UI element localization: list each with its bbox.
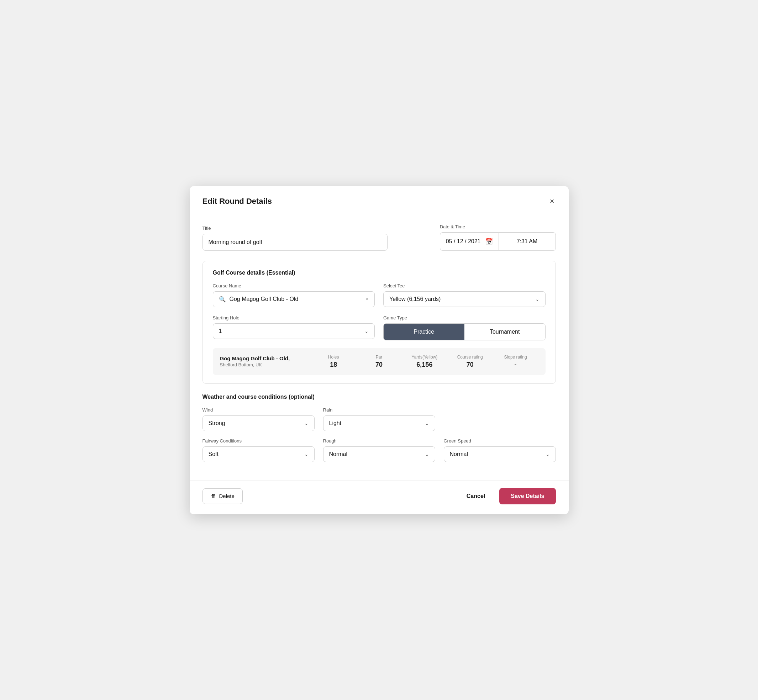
fairway-rough-green-row: Fairway Conditions Soft ⌄ Rough Normal ⌄… [202, 438, 556, 462]
rain-label: Rain [323, 407, 435, 412]
starting-hole-group: Starting Hole 1 ⌄ [213, 315, 375, 341]
date-value: 05 / 12 / 2021 [446, 238, 481, 245]
par-label: Par [356, 355, 402, 359]
green-speed-dropdown[interactable]: Normal ⌄ [444, 446, 556, 462]
course-location: Shelford Bottom, UK [220, 362, 311, 367]
cancel-button[interactable]: Cancel [461, 489, 491, 504]
green-speed-label: Green Speed [444, 438, 556, 444]
delete-button[interactable]: 🗑 Delete [202, 488, 243, 504]
practice-button[interactable]: Practice [384, 324, 464, 340]
golf-course-section: Golf Course details (Essential) Course N… [202, 261, 556, 384]
holes-stat: Holes 18 [311, 355, 356, 369]
wind-value: Strong [208, 420, 301, 427]
select-tee-dropdown[interactable]: Yellow (6,156 yards) ⌄ [383, 291, 545, 307]
tournament-button[interactable]: Tournament [464, 324, 545, 340]
chevron-down-icon-3: ⌄ [304, 420, 309, 426]
starting-hole-value: 1 [219, 328, 361, 334]
par-stat: Par 70 [356, 355, 402, 369]
select-tee-value: Yellow (6,156 yards) [389, 296, 532, 302]
game-type-label: Game Type [383, 315, 545, 320]
calendar-icon: 📅 [485, 238, 493, 245]
time-value: 7:31 AM [517, 238, 538, 245]
yards-value: 6,156 [402, 361, 447, 369]
rough-dropdown[interactable]: Normal ⌄ [323, 446, 435, 462]
close-button[interactable]: × [548, 196, 556, 207]
hole-gametype-row: Starting Hole 1 ⌄ Game Type Practice Tou… [213, 315, 545, 341]
rain-field: Rain Light ⌄ [323, 407, 435, 431]
delete-label: Delete [219, 493, 235, 499]
yards-label: Yards(Yellow) [402, 355, 447, 359]
rain-dropdown[interactable]: Light ⌄ [323, 416, 435, 431]
chevron-down-icon: ⌄ [535, 296, 539, 302]
slope-rating-label: Slope rating [493, 355, 539, 359]
select-tee-label: Select Tee [383, 283, 545, 289]
date-input[interactable]: 05 / 12 / 2021 📅 [440, 232, 499, 251]
starting-hole-dropdown[interactable]: 1 ⌄ [213, 323, 375, 339]
course-name-value: Gog Magog Golf Club - Old [230, 296, 362, 302]
holes-value: 18 [311, 361, 356, 369]
modal-footer: 🗑 Delete Cancel Save Details [190, 481, 568, 514]
clear-icon[interactable]: × [365, 296, 369, 302]
starting-hole-label: Starting Hole [213, 315, 375, 320]
top-row: Title Date & Time 05 / 12 / 2021 📅 7:31 … [202, 224, 556, 251]
fairway-dropdown[interactable]: Soft ⌄ [202, 446, 315, 462]
par-value: 70 [356, 361, 402, 369]
edit-round-modal: Edit Round Details × Title Date & Time 0… [190, 186, 568, 514]
course-name-input[interactable]: 🔍 Gog Magog Golf Club - Old × [213, 291, 375, 307]
golf-section-title: Golf Course details (Essential) [213, 270, 545, 276]
game-type-group: Game Type Practice Tournament [383, 315, 545, 341]
chevron-down-icon-4: ⌄ [425, 420, 429, 426]
title-input[interactable] [202, 234, 388, 251]
datetime-label: Date & Time [440, 224, 556, 230]
course-rating-label: Course rating [447, 355, 493, 359]
chevron-down-icon-6: ⌄ [425, 452, 429, 457]
weather-title: Weather and course conditions (optional) [202, 394, 556, 400]
chevron-down-icon-7: ⌄ [545, 452, 550, 457]
course-info-name: Gog Magog Golf Club - Old, Shelford Bott… [220, 355, 311, 367]
fairway-label: Fairway Conditions [202, 438, 315, 444]
rough-label: Rough [323, 438, 435, 444]
search-icon: 🔍 [219, 296, 226, 303]
yards-stat: Yards(Yellow) 6,156 [402, 355, 447, 369]
footer-right: Cancel Save Details [461, 488, 556, 505]
chevron-down-icon-2: ⌄ [365, 328, 369, 334]
fairway-field: Fairway Conditions Soft ⌄ [202, 438, 315, 462]
holes-label: Holes [311, 355, 356, 359]
rough-field: Rough Normal ⌄ [323, 438, 435, 462]
course-rating-value: 70 [447, 361, 493, 369]
green-speed-field: Green Speed Normal ⌄ [444, 438, 556, 462]
fairway-value: Soft [208, 451, 301, 458]
weather-section: Weather and course conditions (optional)… [202, 394, 556, 462]
datetime-group: 05 / 12 / 2021 📅 7:31 AM [440, 232, 556, 251]
wind-field: Wind Strong ⌄ [202, 407, 315, 431]
course-rating-stat: Course rating 70 [447, 355, 493, 369]
modal-header: Edit Round Details × [190, 186, 568, 214]
course-name-group: Course Name 🔍 Gog Magog Golf Club - Old … [213, 283, 375, 307]
wind-label: Wind [202, 407, 315, 412]
game-type-toggle: Practice Tournament [383, 323, 545, 341]
datetime-field-group: Date & Time 05 / 12 / 2021 📅 7:31 AM [440, 224, 556, 251]
trash-icon: 🗑 [211, 493, 216, 499]
chevron-down-icon-5: ⌄ [304, 452, 309, 457]
course-info-row: Gog Magog Golf Club - Old, Shelford Bott… [213, 348, 545, 375]
wind-dropdown[interactable]: Strong ⌄ [202, 416, 315, 431]
green-speed-value: Normal [450, 451, 542, 458]
rain-value: Light [329, 420, 421, 427]
slope-rating-stat: Slope rating - [493, 355, 539, 369]
rough-value: Normal [329, 451, 421, 458]
wind-rain-row: Wind Strong ⌄ Rain Light ⌄ [202, 407, 556, 431]
modal-title: Edit Round Details [202, 197, 272, 206]
select-tee-group: Select Tee Yellow (6,156 yards) ⌄ [383, 283, 545, 307]
title-label: Title [202, 225, 431, 231]
course-full-name: Gog Magog Golf Club - Old, [220, 355, 311, 361]
title-field-group: Title [202, 225, 431, 251]
time-input[interactable]: 7:31 AM [499, 232, 556, 251]
course-tee-row: Course Name 🔍 Gog Magog Golf Club - Old … [213, 283, 545, 307]
modal-body: Title Date & Time 05 / 12 / 2021 📅 7:31 … [190, 214, 568, 481]
save-button[interactable]: Save Details [499, 488, 556, 505]
slope-rating-value: - [493, 361, 539, 369]
course-name-label: Course Name [213, 283, 375, 289]
